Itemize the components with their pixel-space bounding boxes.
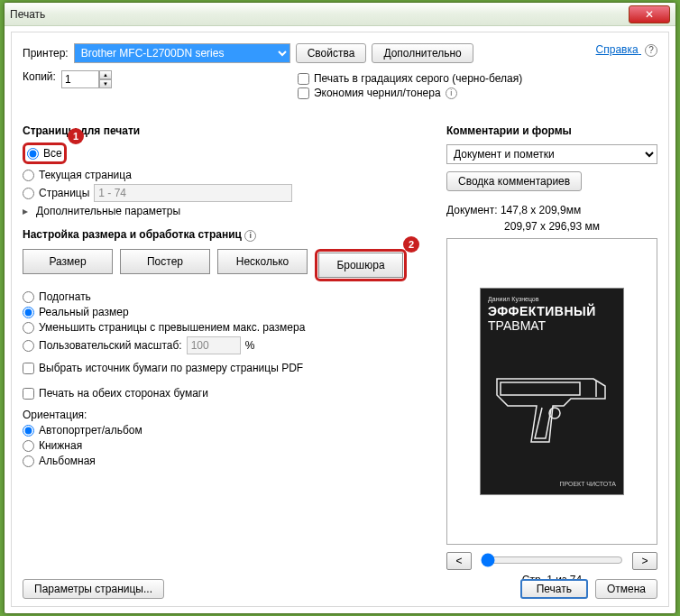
- orient-auto-row[interactable]: Автопортрет/альбом: [23, 424, 439, 437]
- callout-2: 2: [403, 236, 419, 253]
- grayscale-checkbox[interactable]: [298, 73, 309, 85]
- preview-title2: ТРАВМАТ: [488, 318, 616, 333]
- copies-spinner: ▲ ▼: [61, 70, 112, 88]
- preview-page: Даниил Кузнецов ЭФФЕКТИВНЫЙ ТРАВМАТ ПРОЕ…: [480, 288, 624, 495]
- orient-auto-radio[interactable]: [23, 425, 34, 437]
- help-link[interactable]: Справка ?: [596, 43, 657, 57]
- paper-source-label: Выбрать источник бумаги по размеру стран…: [39, 362, 303, 374]
- fit-label: Подогнать: [39, 290, 91, 303]
- custom-scale-input: [187, 336, 241, 354]
- duplex-row[interactable]: Печать на обеих сторонах бумаги: [23, 387, 439, 400]
- sizing-heading: Настройка размера и обработка страниц i: [23, 228, 439, 242]
- callout-1: 1: [68, 128, 84, 144]
- summary-button[interactable]: Сводка комментариев: [446, 171, 582, 191]
- duplex-checkbox[interactable]: [23, 388, 34, 400]
- copies-up-button[interactable]: ▲: [99, 70, 112, 79]
- dialog-footer: Параметры страницы... Печать Отмена: [23, 579, 657, 599]
- paper-source-checkbox[interactable]: [23, 363, 34, 374]
- custom-pct: %: [245, 339, 255, 352]
- orient-portrait-radio[interactable]: [23, 440, 34, 452]
- copies-down-button[interactable]: ▼: [99, 79, 112, 88]
- comments-select[interactable]: Документ и пометки: [446, 144, 657, 164]
- fit-radio[interactable]: [23, 291, 34, 303]
- shrink-radio[interactable]: [23, 322, 34, 334]
- pages-range-radio[interactable]: [23, 188, 34, 199]
- prev-page-button[interactable]: <: [446, 552, 472, 570]
- gun-icon: [490, 361, 616, 451]
- svg-rect-0: [501, 382, 580, 395]
- custom-row[interactable]: Пользовательский масштаб: %: [23, 336, 439, 354]
- advanced-button[interactable]: Дополнительно: [372, 43, 473, 63]
- orient-landscape-radio[interactable]: [23, 455, 34, 467]
- custom-label: Пользовательский масштаб:: [39, 339, 182, 352]
- page-slider-wrap: [481, 553, 623, 570]
- shrink-row[interactable]: Уменьшить страницы с превышением макс. р…: [23, 321, 439, 334]
- pages-options: 1 Все Текущая страница Страницы: [23, 141, 439, 217]
- pages-all-radio[interactable]: [27, 148, 39, 160]
- tab-multiple[interactable]: Несколько: [217, 249, 308, 274]
- printer-row: Принтер: Brother MFC-L2700DN series Свой…: [23, 43, 657, 63]
- orient-landscape-label: Альбомная: [39, 455, 96, 467]
- left-column: Страницы для печати 1 Все Текущая страни…: [23, 124, 439, 470]
- sizing-info-icon[interactable]: i: [244, 230, 256, 242]
- grayscale-label: Печать в градациях серого (черно-белая): [314, 72, 522, 85]
- copies-label: Копий:: [23, 70, 56, 83]
- save-ink-info-icon[interactable]: i: [446, 87, 457, 99]
- preview-title1: ЭФФЕКТИВНЫЙ: [488, 304, 616, 318]
- doc-size-label: Документ: 147,8 x 209,9мм: [446, 204, 657, 216]
- help-label: Справка: [596, 43, 639, 56]
- next-page-button[interactable]: >: [632, 552, 657, 570]
- pages-current-row[interactable]: Текущая страница: [23, 169, 439, 181]
- grayscale-checkbox-row[interactable]: Печать в градациях серого (черно-белая): [298, 72, 522, 85]
- copies-row: Копий: ▲ ▼ Печать в градациях серого (че…: [23, 70, 657, 101]
- actual-label: Реальный размер: [39, 306, 129, 318]
- window-title: Печать: [10, 8, 629, 21]
- pages-all-row[interactable]: Все: [27, 147, 62, 160]
- preview-author: Даниил Кузнецов: [488, 296, 616, 302]
- actual-row[interactable]: Реальный размер: [23, 306, 439, 318]
- preview-nav: < >: [446, 552, 657, 570]
- close-icon: ✕: [645, 8, 654, 21]
- right-column: Комментарии и формы Документ и пометки С…: [446, 124, 657, 586]
- chevron-right-icon: ▸: [23, 205, 28, 217]
- print-dialog: Печать ✕ Справка ? Принтер: Brother MFC-…: [4, 2, 676, 614]
- paper-source-row[interactable]: Выбрать источник бумаги по размеру стран…: [23, 362, 439, 374]
- save-ink-checkbox[interactable]: [298, 87, 309, 99]
- print-preview: Даниил Кузнецов ЭФФЕКТИВНЫЙ ТРАВМАТ ПРОЕ…: [446, 238, 657, 545]
- sizing-tabs: 2 Размер Постер Несколько Брошюра: [23, 249, 439, 281]
- save-ink-label: Экономия чернил/тонера: [314, 87, 441, 99]
- scale-options: Подогнать Реальный размер Уменьшить стра…: [23, 290, 439, 354]
- preview-footer: ПРОЕКТ ЧИСТОТА: [559, 481, 616, 487]
- comments-heading: Комментарии и формы: [446, 124, 657, 137]
- copies-input[interactable]: [61, 70, 99, 88]
- orient-portrait-label: Книжная: [39, 439, 82, 452]
- orient-portrait-row[interactable]: Книжная: [23, 439, 439, 452]
- dialog-content: Справка ? Принтер: Brother MFC-L2700DN s…: [11, 32, 669, 607]
- cancel-button[interactable]: Отмена: [595, 579, 657, 599]
- pages-all-label: Все: [43, 147, 62, 160]
- tab-booklet[interactable]: Брошюра: [318, 253, 403, 278]
- pages-extra-toggle[interactable]: ▸ Дополнительные параметры: [23, 205, 439, 217]
- help-icon: ?: [645, 44, 657, 57]
- save-ink-checkbox-row[interactable]: Экономия чернил/тонера i: [298, 87, 522, 99]
- tab-size[interactable]: Размер: [23, 249, 113, 274]
- pages-current-label: Текущая страница: [39, 169, 132, 181]
- pages-extra-label: Дополнительные параметры: [36, 205, 180, 217]
- properties-button[interactable]: Свойства: [296, 43, 367, 63]
- orient-landscape-row[interactable]: Альбомная: [23, 455, 439, 467]
- pages-current-radio[interactable]: [23, 170, 34, 181]
- duplex-label: Печать на обеих сторонах бумаги: [39, 387, 208, 400]
- pages-range-label: Страницы: [39, 187, 89, 199]
- print-button[interactable]: Печать: [520, 579, 588, 599]
- page-slider[interactable]: [481, 553, 623, 567]
- orientation-heading: Ориентация:: [23, 409, 439, 421]
- pages-range-row[interactable]: Страницы: [23, 184, 439, 202]
- actual-radio[interactable]: [23, 307, 34, 318]
- page-setup-button[interactable]: Параметры страницы...: [23, 579, 164, 599]
- custom-radio[interactable]: [23, 340, 34, 352]
- printer-select[interactable]: Brother MFC-L2700DN series: [74, 43, 290, 63]
- pages-range-input: [94, 184, 292, 202]
- tab-poster[interactable]: Постер: [120, 249, 210, 274]
- fit-row[interactable]: Подогнать: [23, 290, 439, 303]
- close-button[interactable]: ✕: [629, 5, 670, 23]
